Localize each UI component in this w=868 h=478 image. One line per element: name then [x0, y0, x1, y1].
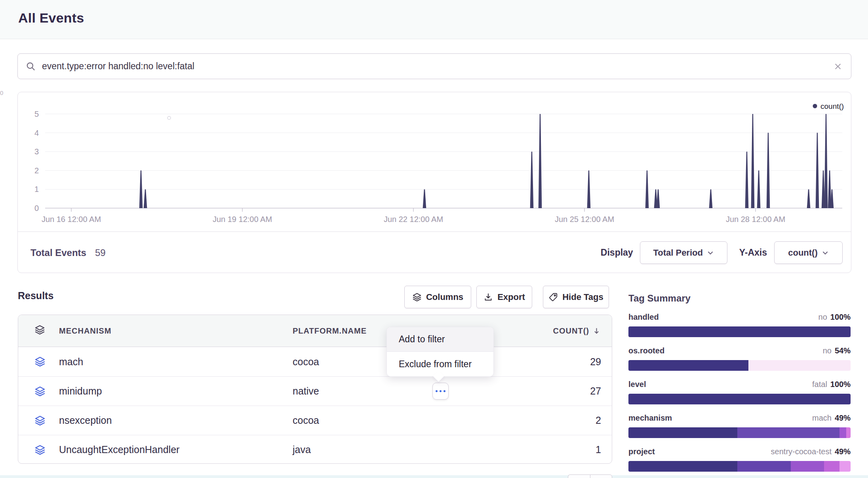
tag-name: mechanism [628, 414, 672, 423]
search-icon [26, 61, 36, 72]
results-table: MECHANISM PLATFORM.NAME COUNT() mach coc… [18, 315, 612, 464]
layers-icon [34, 444, 46, 455]
yaxis-label: Y-Axis [739, 247, 767, 258]
tag-distribution-bar[interactable] [628, 427, 851, 438]
pagination-prev-button[interactable] [568, 474, 590, 478]
tag-top-value: sentry-cocoa-test [771, 447, 832, 456]
tag-bar-segment [839, 427, 846, 438]
table-row[interactable]: nsexception cocoa 2 [18, 406, 612, 435]
tag-bar-segment [628, 461, 737, 472]
sort-desc-icon [592, 326, 601, 336]
row-icon-cell [18, 444, 59, 455]
svg-text:5: 5 [34, 110, 39, 118]
tag-row-label: levelfatal100% [628, 380, 851, 390]
table-row[interactable]: mach cocoa 29 [18, 347, 612, 376]
chevron-down-icon [822, 249, 829, 256]
context-menu: Add to filter Exclude from filter [386, 327, 494, 377]
layers-icon [34, 324, 45, 337]
tag-summary-title: Tag Summary [628, 293, 691, 304]
cell-mechanism[interactable]: nsexception [59, 415, 293, 426]
events-chart: 012345Jun 16 12:00 AMJun 19 12:00 AMJun … [18, 92, 851, 231]
pagination-next-button[interactable] [590, 474, 613, 478]
tag-summary: Tag Summary handledno100%os.rootedno54%l… [628, 293, 851, 478]
table-row[interactable]: UncaughtExceptionHandler java 1 [18, 435, 612, 464]
tag-row-label: projectsentry-cocoa-test49% [628, 447, 851, 457]
svg-text:1: 1 [34, 185, 39, 193]
cell-mechanism[interactable]: UncaughtExceptionHandler [59, 444, 293, 455]
layers-icon [34, 386, 46, 397]
display-dropdown-value: Total Period [653, 248, 703, 258]
tag-distribution-bar[interactable] [628, 461, 851, 472]
layers-icon [412, 292, 422, 302]
cell-platform[interactable]: native [293, 385, 533, 397]
total-events-value: 59 [95, 247, 106, 258]
svg-text:3: 3 [34, 147, 39, 156]
table-header-mechanism[interactable]: MECHANISM [59, 326, 293, 336]
bottom-edge-strip [0, 475, 868, 478]
display-dropdown[interactable]: Total Period [640, 241, 727, 264]
tag-top-value: fatal [812, 380, 827, 389]
close-icon[interactable] [834, 62, 842, 71]
tag-bar-segment [839, 461, 851, 472]
chevron-down-icon [707, 249, 714, 256]
tag-bar-segment [824, 461, 839, 472]
cell-platform[interactable]: cocoa [293, 415, 533, 426]
menu-item-add-to-filter[interactable]: Add to filter [387, 327, 493, 352]
count-column-label: COUNT() [553, 326, 589, 336]
tag-bar-segment [748, 360, 851, 371]
page-header [0, 0, 868, 39]
download-icon [483, 292, 493, 302]
tag-bar-segment [791, 461, 824, 472]
tag-bar-segment [737, 427, 839, 438]
table-header-icon-cell[interactable] [18, 324, 59, 337]
tag-bar-segment [628, 360, 748, 371]
table-row[interactable]: minidump native 27 [18, 376, 612, 406]
tag-bar-segment [737, 461, 791, 472]
tag-bar-segment [628, 427, 737, 438]
tag-distribution-bar[interactable] [628, 360, 851, 371]
ellipsis-icon [436, 390, 438, 393]
page-title: All Events [18, 10, 84, 26]
search-input[interactable]: event.type:error handled:no level:fatal [17, 53, 851, 79]
tag-top-value: no [823, 346, 832, 355]
svg-text:Jun 16 12:00 AM: Jun 16 12:00 AM [42, 215, 101, 224]
cell-count: 1 [533, 444, 612, 455]
row-icon-cell [18, 386, 59, 397]
cell-mechanism[interactable]: mach [59, 356, 293, 368]
chart-footer: Total Events 59 Display Total Period Y-A… [18, 231, 851, 273]
tag-row-label: os.rootedno54% [628, 346, 851, 357]
total-events-label: Total Events [30, 247, 86, 258]
svg-text:2: 2 [34, 166, 39, 175]
svg-text:Jun 25 12:00 AM: Jun 25 12:00 AM [555, 215, 614, 224]
layers-icon [34, 415, 46, 426]
table-header-count[interactable]: COUNT() [533, 326, 612, 336]
table-header-row: MECHANISM PLATFORM.NAME COUNT() [18, 315, 612, 347]
tag-name: handled [628, 313, 659, 322]
tag-top-percent: 49% [835, 447, 851, 456]
cell-count: 29 [533, 356, 612, 368]
cell-platform[interactable]: java [293, 444, 533, 455]
pagination-buttons [568, 474, 612, 478]
tag-icon [548, 292, 558, 302]
tag-bar-segment [846, 427, 851, 438]
events-chart-panel: 012345Jun 16 12:00 AMJun 19 12:00 AMJun … [17, 92, 851, 273]
tag-distribution-bar[interactable] [628, 394, 851, 404]
row-icon-cell [18, 356, 59, 367]
tag-row-label: handledno100% [628, 313, 851, 323]
stray-zero-artifact: 0 [0, 89, 3, 96]
svg-text:Jun 19 12:00 AM: Jun 19 12:00 AM [213, 215, 272, 224]
export-button[interactable]: Export [476, 286, 532, 308]
results-heading: Results [18, 290, 53, 302]
hide-tags-button[interactable]: Hide Tags [543, 286, 609, 308]
row-actions-button[interactable] [432, 383, 449, 400]
svg-text:count(): count() [820, 102, 844, 110]
tag-name: os.rooted [628, 346, 664, 355]
cell-mechanism[interactable]: minidump [59, 385, 293, 397]
tag-top-percent: 100% [830, 313, 851, 321]
svg-text:4: 4 [34, 129, 39, 137]
yaxis-dropdown[interactable]: count() [774, 241, 843, 264]
columns-button[interactable]: Columns [404, 286, 471, 308]
tag-distribution-bar[interactable] [628, 326, 851, 337]
tag-bar-segment [628, 326, 851, 337]
tag-top-percent: 54% [835, 346, 851, 355]
